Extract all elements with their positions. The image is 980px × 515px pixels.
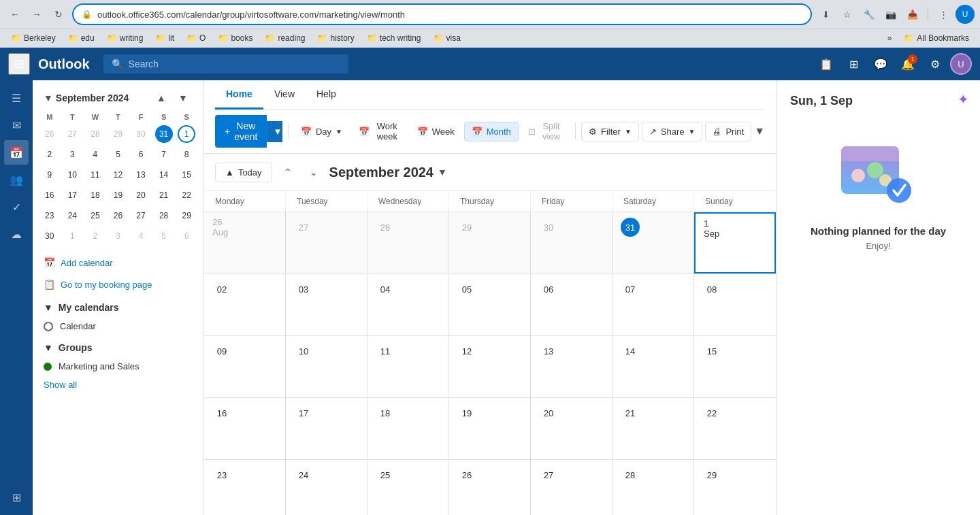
cal-cell[interactable]: 18 [368, 398, 449, 459]
mini-cal-day[interactable]: 18 [86, 186, 104, 204]
cal-cell[interactable]: 29 [694, 460, 776, 515]
cal-cell[interactable]: 25 [368, 460, 449, 515]
cal-cell[interactable]: 06 [531, 274, 612, 335]
bookmark-btn[interactable]: ☆ [838, 5, 857, 24]
mini-cal-day[interactable]: 19 [109, 186, 127, 204]
mini-cal-day[interactable]: 7 [155, 146, 173, 163]
mini-cal-day[interactable]: 8 [178, 146, 195, 163]
mini-cal-day[interactable]: 30 [132, 125, 150, 143]
cal-cell[interactable]: 31 [612, 212, 694, 273]
month-view-btn[interactable]: 📅 Month [464, 122, 519, 142]
bookmark-writing[interactable]: 📁 writing [101, 32, 149, 44]
cal-cell[interactable]: 26 Aug [204, 212, 286, 273]
mini-cal-day[interactable]: 29 [109, 125, 127, 143]
share-btn[interactable]: ↗ Share ▼ [642, 122, 703, 142]
tasks-icon-btn[interactable]: ✓ [4, 195, 29, 219]
mini-cal-day[interactable]: 1 [63, 227, 81, 245]
mail-icon-btn[interactable]: ✉ [4, 113, 29, 137]
group-item-marketing[interactable]: Marketing and Sales [33, 357, 203, 376]
mini-cal-day[interactable]: 28 [86, 125, 104, 143]
screenshot-btn[interactable]: 📷 [881, 5, 900, 24]
cal-cell[interactable]: 22 [694, 398, 776, 459]
split-view-btn[interactable]: ⊡ Split view [521, 117, 570, 146]
tab-help[interactable]: Help [306, 80, 347, 110]
mini-cal-day[interactable]: 12 [109, 166, 127, 184]
ai-assistant-btn[interactable]: ✦ [958, 91, 969, 107]
refresh-button[interactable]: ↻ [49, 5, 68, 24]
cal-cell[interactable]: 10 [286, 336, 368, 397]
mini-cal-day[interactable]: 13 [132, 166, 150, 184]
mini-cal-day[interactable]: 26 [41, 125, 59, 143]
bookmark-lit[interactable]: 📁 lit [150, 32, 180, 44]
downloads-btn[interactable]: 📥 [903, 5, 922, 24]
hamburger-btn[interactable]: ☰ [4, 86, 29, 110]
bookmark-berkeley[interactable]: 📁 Berkeley [5, 32, 61, 44]
download-page-btn[interactable]: ⬇ [816, 5, 835, 24]
booking-page-link[interactable]: 📋 Go to my booking page [33, 273, 203, 295]
mini-cal-day[interactable]: 15 [178, 166, 195, 184]
my-day-btn[interactable]: 📋 [814, 52, 838, 76]
view-switcher-btn[interactable]: ⊞ [841, 52, 866, 76]
day-view-btn[interactable]: 📅 Day ▼ [294, 122, 349, 141]
print-btn[interactable]: 🖨 Print [705, 122, 751, 142]
mini-cal-day-selected[interactable]: 1 [178, 125, 195, 143]
bookmark-books[interactable]: 📁 books [212, 32, 258, 44]
next-month-btn[interactable]: ⌄ [304, 162, 324, 182]
mini-cal-prev-btn[interactable]: ▲ [152, 88, 171, 107]
address-bar[interactable]: 🔒 outlook.office365.com/calendar/group/v… [72, 3, 812, 25]
tab-view[interactable]: View [263, 80, 306, 110]
mini-cal-day[interactable]: 2 [41, 146, 59, 163]
app-grid-button[interactable]: ⊞ [8, 53, 30, 75]
cal-cell[interactable]: 30 [531, 212, 612, 273]
cal-cell[interactable]: 07 [612, 274, 694, 335]
mini-cal-day[interactable]: 21 [155, 186, 173, 204]
menu-btn[interactable]: ⋮ [934, 5, 953, 24]
mini-cal-day[interactable]: 24 [63, 207, 81, 225]
week-view-btn[interactable]: 📅 Week [410, 122, 461, 141]
mini-cal-day[interactable]: 26 [109, 207, 127, 225]
mini-cal-day[interactable]: 9 [41, 166, 59, 184]
prev-month-btn[interactable]: ⌃ [278, 162, 298, 182]
mini-cal-day[interactable]: 3 [109, 227, 127, 245]
mini-cal-day[interactable]: 4 [86, 146, 104, 163]
people-icon-btn[interactable]: 👥 [4, 167, 29, 192]
cal-cell[interactable]: 23 [204, 460, 286, 515]
forward-button[interactable]: → [27, 5, 46, 24]
bookmark-reading[interactable]: 📁 reading [259, 32, 310, 44]
my-calendars-section[interactable]: ▼ My calendars [33, 295, 203, 317]
cal-cell[interactable]: 15 [694, 336, 776, 397]
mini-cal-day[interactable]: 5 [109, 146, 127, 163]
cal-cell[interactable]: 21 [612, 398, 694, 459]
mini-cal-day[interactable]: 29 [178, 207, 195, 225]
mini-cal-day[interactable]: 6 [132, 146, 150, 163]
cal-cell[interactable]: 27 [531, 460, 612, 515]
cal-cell[interactable]: 05 [449, 274, 531, 335]
cal-cell[interactable]: 20 [531, 398, 612, 459]
bookmark-edu[interactable]: 📁 edu [63, 32, 100, 44]
add-calendar-link[interactable]: 📅 Add calendar [33, 252, 203, 273]
mini-cal-day[interactable]: 14 [155, 166, 173, 184]
mini-cal-day[interactable]: 4 [132, 227, 150, 245]
apps-icon-btn[interactable]: ⊞ [4, 485, 29, 510]
bookmark-o[interactable]: 📁 O [181, 32, 211, 44]
mini-cal-day[interactable]: 22 [178, 186, 195, 204]
mini-cal-day[interactable]: 10 [63, 166, 81, 184]
mini-cal-day[interactable]: 11 [86, 166, 104, 184]
cal-cell[interactable]: 28 [368, 212, 449, 273]
mini-cal-day[interactable]: 28 [155, 207, 173, 225]
mini-cal-next-btn[interactable]: ▼ [174, 88, 193, 107]
cal-cell[interactable]: 17 [286, 398, 368, 459]
cal-cell[interactable]: 14 [612, 336, 694, 397]
ribbon-expand-btn[interactable]: ▼ [754, 125, 765, 137]
search-box[interactable]: 🔍 Search [103, 54, 348, 73]
mini-cal-day[interactable]: 5 [155, 227, 173, 245]
cal-cell-selected[interactable]: 1 Sep [694, 212, 776, 273]
notification-btn[interactable]: 🔔 [896, 52, 920, 76]
cal-cell[interactable]: 09 [204, 336, 286, 397]
back-button[interactable]: ← [5, 5, 24, 24]
bookmark-tech-writing[interactable]: 📁 tech writing [361, 32, 427, 44]
all-bookmarks[interactable]: 📁 All Bookmarks [898, 32, 975, 44]
mini-cal-day[interactable]: 27 [132, 207, 150, 225]
mini-cal-day[interactable]: 17 [63, 186, 81, 204]
calendar-item-calendar[interactable]: Calendar [33, 317, 203, 335]
